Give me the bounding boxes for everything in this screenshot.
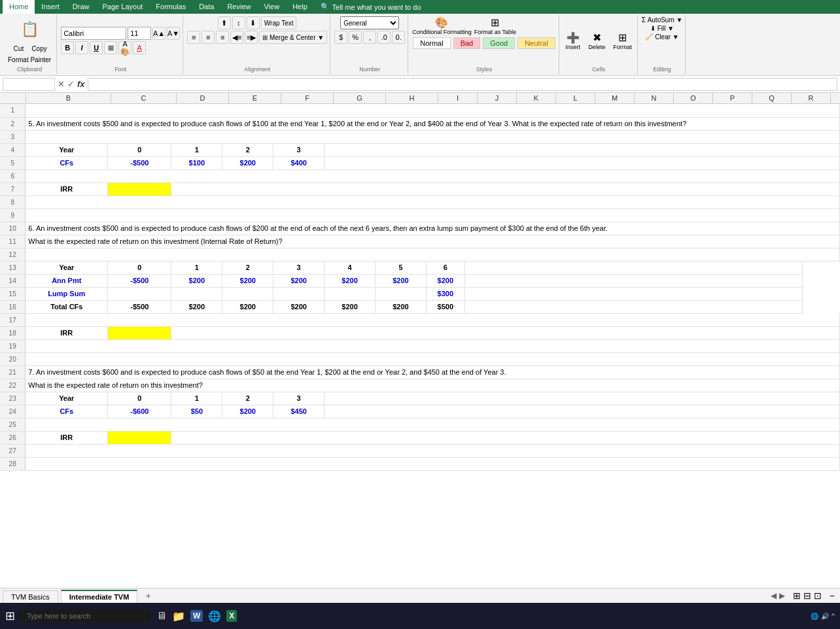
align-top-button[interactable]: ⬆ (218, 16, 231, 29)
font-name-input[interactable] (61, 27, 126, 40)
cell-year-2[interactable]: 2 (222, 143, 273, 156)
align-right-button[interactable]: ≡ (216, 31, 229, 44)
cell-y2[interactable]: 2 (222, 261, 273, 274)
cell[interactable] (26, 169, 840, 182)
cell-y3-2[interactable]: 2 (222, 392, 273, 405)
cell-ann-pmt[interactable]: Ann Pmt (26, 274, 108, 287)
cell[interactable] (26, 444, 840, 457)
align-bottom-button[interactable]: ⬇ (247, 16, 260, 29)
format-as-table-button[interactable]: ⊞ Format as Table (474, 16, 516, 35)
confirm-formula-icon[interactable]: ✓ (67, 79, 75, 89)
view-preview-icon[interactable]: ⊡ (814, 590, 822, 601)
col-header-o[interactable]: O (674, 93, 713, 103)
font-size-input[interactable] (128, 27, 151, 40)
tab-review[interactable]: Review (220, 0, 257, 14)
zoom-minus-icon[interactable]: − (830, 590, 835, 601)
function-icon[interactable]: fx (77, 79, 85, 89)
style-bad[interactable]: Bad (453, 37, 481, 49)
format-painter-button[interactable]: Format Painter (5, 55, 54, 65)
cell-ls-5[interactable] (376, 287, 427, 300)
tell-me[interactable]: 🔍 Tell me what you want to do (314, 0, 428, 14)
tab-insert[interactable]: Insert (35, 0, 66, 14)
italic-button[interactable]: I (75, 41, 88, 54)
cell-cfs3-label[interactable]: CFs (26, 405, 108, 418)
cell[interactable] (26, 457, 840, 470)
scroll-left-icon[interactable]: ◀ (771, 591, 777, 600)
taskbar-excel-icon[interactable]: X (226, 610, 237, 622)
cell-ls-0[interactable] (108, 287, 171, 300)
cell[interactable] (171, 431, 840, 444)
cell-tc-0[interactable]: -$500 (108, 300, 171, 313)
cell[interactable] (26, 339, 840, 352)
cell-ap-5[interactable]: $200 (376, 274, 427, 287)
format-button[interactable]: ⊞ Format (610, 30, 635, 52)
cell-year-3[interactable]: 3 (273, 143, 324, 156)
paste-button[interactable]: 📋 (16, 16, 43, 42)
cell-ls-1[interactable] (171, 287, 222, 300)
cell[interactable] (26, 209, 840, 222)
cell-cf3-3[interactable]: $450 (273, 405, 324, 418)
cell-irr-value[interactable] (108, 182, 171, 196)
cell-y3-0[interactable]: 0 (108, 392, 171, 405)
cell[interactable] (26, 104, 840, 117)
cell-cf-3[interactable]: $400 (273, 156, 324, 169)
cell-ap-1[interactable]: $200 (171, 274, 222, 287)
currency-button[interactable]: $ (334, 31, 347, 44)
cell-q6-line2[interactable]: What is the expected rate of return on t… (26, 235, 840, 248)
cell-y3-1[interactable]: 1 (171, 392, 222, 405)
col-header-l[interactable]: L (556, 93, 595, 103)
col-header-c[interactable]: C (111, 93, 177, 103)
cell-q6-line1[interactable]: 6. An investment costs $500 and is expec… (26, 222, 840, 235)
taskbar-monitor-icon[interactable]: 🖥 (156, 610, 167, 622)
copy-button[interactable]: Copy (29, 44, 49, 54)
fill-color-button[interactable]: A🎨 (118, 41, 131, 54)
col-header-g[interactable]: G (334, 93, 386, 103)
cell-ls-6[interactable]: $300 (426, 287, 464, 300)
tab-tvm-basics[interactable]: TVM Basics (3, 590, 58, 603)
col-header-q[interactable]: Q (752, 93, 792, 103)
col-header-h[interactable]: H (386, 93, 438, 103)
underline-button[interactable]: U (90, 41, 103, 54)
cell[interactable] (26, 352, 840, 366)
col-header-k[interactable]: K (517, 93, 556, 103)
taskbar-search-input[interactable] (19, 609, 150, 622)
col-header-s[interactable]: S (831, 93, 840, 103)
col-header-p[interactable]: P (713, 93, 752, 103)
taskbar-word-icon[interactable]: W (190, 610, 203, 622)
tab-intermediate-tvm[interactable]: Intermediate TVM (61, 590, 138, 603)
merge-center-button[interactable]: ⊞ Merge & Center ▼ (259, 31, 327, 44)
cell-q7-line2[interactable]: What is the expected rate of return on t… (26, 379, 840, 392)
add-sheet-button[interactable]: + (140, 588, 156, 603)
percent-button[interactable]: % (349, 31, 362, 44)
cell[interactable] (26, 196, 840, 209)
cell-cf3-0[interactable]: -$600 (108, 405, 171, 418)
cell-total-cfs[interactable]: Total CFs (26, 300, 108, 313)
cell-y3[interactable]: 3 (273, 261, 324, 274)
delete-button[interactable]: ✖ Delete (586, 30, 608, 52)
borders-button[interactable]: ⊞ (104, 41, 117, 54)
col-header-m[interactable]: M (595, 93, 635, 103)
cell-cf-0[interactable]: -$500 (108, 156, 171, 169)
cell-ls-2[interactable] (222, 287, 273, 300)
cell-y3-3[interactable]: 3 (273, 392, 324, 405)
cell-ls-4[interactable] (324, 287, 376, 300)
cell[interactable] (324, 405, 840, 418)
cell-year-1[interactable]: 1 (171, 143, 222, 156)
cut-button[interactable]: Cut (9, 44, 27, 54)
cell-cf-1[interactable]: $100 (171, 156, 222, 169)
cell[interactable] (464, 287, 802, 300)
cell-cf-2[interactable]: $200 (222, 156, 273, 169)
cell-year3-label[interactable]: Year (26, 392, 108, 405)
indent-increase-button[interactable]: ≡▶ (245, 31, 258, 44)
cell[interactable] (324, 392, 840, 405)
cell-cf3-1[interactable]: $50 (171, 405, 222, 418)
windows-start-icon[interactable]: ⊞ (5, 609, 15, 623)
decimal-increase-button[interactable]: .0 (377, 31, 391, 44)
col-header-f[interactable]: F (281, 93, 334, 103)
cell-year-label2[interactable]: Year (26, 261, 108, 274)
tab-view[interactable]: View (257, 0, 286, 14)
font-color-button[interactable]: A (133, 41, 146, 54)
view-page-icon[interactable]: ⊟ (803, 590, 811, 601)
align-center-button[interactable]: ≡ (201, 31, 215, 44)
cell-cf3-2[interactable]: $200 (222, 405, 273, 418)
